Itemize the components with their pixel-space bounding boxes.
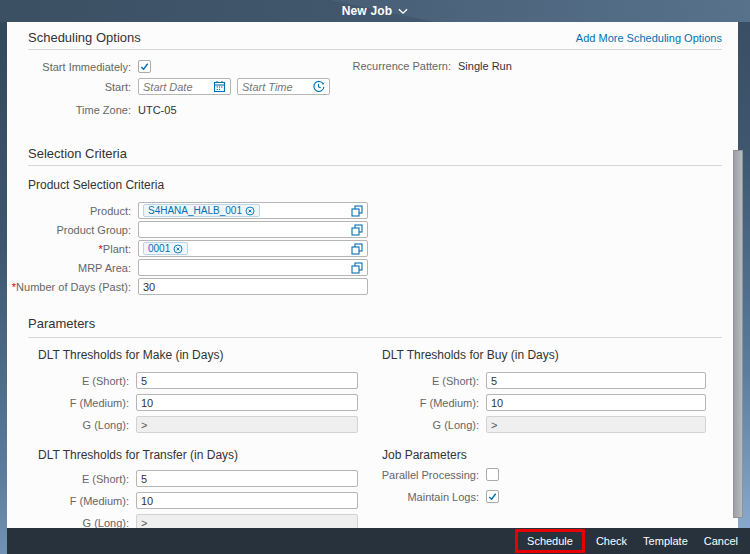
product-group-input[interactable] — [143, 224, 347, 236]
job-form-page: Scheduling Options Add More Scheduling O… — [7, 22, 738, 528]
recurrence-row: Recurrence Pattern: Single Run — [340, 60, 512, 72]
transfer-g-long-input — [141, 517, 353, 529]
product-group-label: Product Group: — [11, 224, 138, 236]
e-short-label: E (Short): — [11, 375, 136, 387]
start-label: Start: — [11, 81, 138, 93]
product-token-text: S4HANA_HALB_001 — [148, 205, 242, 216]
make-f-medium-input[interactable] — [141, 397, 353, 409]
add-more-scheduling-options-link[interactable]: Add More Scheduling Options — [576, 32, 722, 44]
buy-e-short-field[interactable] — [486, 372, 706, 389]
calendar-icon[interactable] — [213, 80, 226, 93]
product-row: Product: S4HANA_HALB_001 — [11, 202, 368, 219]
start-immediately-label: Start Immediately: — [11, 61, 138, 73]
value-help-icon[interactable] — [351, 224, 363, 236]
app-window: New Job Scheduling Options Add More Sche… — [0, 0, 750, 554]
scheduling-divider — [28, 49, 722, 50]
mrp-area-input[interactable] — [143, 262, 347, 274]
g-long-label: G (Long): — [11, 419, 136, 431]
f-medium-label: F (Medium): — [361, 397, 486, 409]
plant-row: *Plant: 0001 — [11, 240, 368, 257]
mrp-area-label: MRP Area: — [11, 262, 138, 274]
g-long-label: G (Long): — [11, 517, 136, 529]
parallel-processing-row: Parallel Processing: — [361, 468, 499, 481]
check-button[interactable]: Check — [588, 532, 635, 550]
value-help-icon[interactable] — [351, 205, 363, 217]
transfer-e-short-input[interactable] — [141, 473, 353, 485]
token-remove-icon[interactable] — [173, 244, 183, 254]
plant-token: 0001 — [143, 242, 188, 255]
schedule-button[interactable]: Schedule — [519, 532, 581, 550]
buy-g-long-field — [486, 416, 706, 433]
template-button[interactable]: Template — [635, 532, 696, 550]
parameters-heading: Parameters — [28, 316, 95, 331]
parameters-divider — [28, 337, 722, 338]
number-of-days-row: *Number of Days (Past): — [11, 278, 368, 295]
make-e-short-field[interactable] — [136, 372, 358, 389]
start-date-input[interactable] — [143, 81, 209, 93]
make-g-long-row: G (Long): — [11, 416, 358, 433]
buy-g-long-row: G (Long): — [361, 416, 706, 433]
maintain-logs-checkbox[interactable] — [486, 490, 499, 503]
number-of-days-label: *Number of Days (Past): — [11, 281, 138, 293]
checkmark-icon — [139, 61, 150, 72]
shell-header: New Job — [0, 0, 750, 22]
plant-field[interactable]: 0001 — [138, 240, 368, 257]
start-immediately-checkbox[interactable] — [138, 60, 151, 73]
buy-e-short-input[interactable] — [491, 375, 701, 387]
product-token: S4HANA_HALB_001 — [143, 204, 260, 217]
checkmark-icon — [487, 491, 498, 502]
start-time-input[interactable] — [242, 81, 308, 93]
dlt-buy-heading: DLT Thresholds for Buy (in Days) — [382, 348, 559, 362]
buy-f-medium-row: F (Medium): — [361, 394, 706, 411]
buy-e-short-row: E (Short): — [361, 372, 706, 389]
transfer-f-medium-input[interactable] — [141, 495, 353, 507]
f-medium-label: F (Medium): — [11, 495, 136, 507]
e-short-label: E (Short): — [11, 473, 136, 485]
time-zone-row: Time Zone: UTC-05 — [11, 104, 177, 116]
make-g-long-input — [141, 419, 353, 431]
product-field[interactable]: S4HANA_HALB_001 — [138, 202, 368, 219]
cancel-button[interactable]: Cancel — [696, 532, 746, 550]
recurrence-pattern-label: Recurrence Pattern: — [340, 60, 458, 72]
plant-label: *Plant: — [11, 243, 138, 255]
plant-token-text: 0001 — [148, 243, 170, 254]
job-title-dropdown[interactable]: New Job — [0, 0, 750, 22]
product-selection-criteria-heading: Product Selection Criteria — [28, 178, 164, 192]
start-time-field[interactable] — [237, 78, 330, 95]
transfer-f-medium-field[interactable] — [136, 492, 358, 509]
clock-icon[interactable] — [312, 80, 325, 93]
selection-divider — [28, 165, 722, 166]
mrp-area-row: MRP Area: — [11, 259, 368, 276]
transfer-e-short-row: E (Short): — [11, 470, 358, 487]
token-remove-icon[interactable] — [245, 206, 255, 216]
number-of-days-field[interactable] — [138, 278, 368, 295]
mrp-area-field[interactable] — [138, 259, 368, 276]
vertical-scrollbar-thumb[interactable] — [733, 150, 743, 518]
f-medium-label: F (Medium): — [11, 397, 136, 409]
value-help-icon[interactable] — [351, 262, 363, 274]
transfer-e-short-field[interactable] — [136, 470, 358, 487]
maintain-logs-label: Maintain Logs: — [361, 491, 486, 503]
make-f-medium-field[interactable] — [136, 394, 358, 411]
parallel-processing-label: Parallel Processing: — [361, 469, 486, 481]
buy-f-medium-input[interactable] — [491, 397, 701, 409]
dlt-make-heading: DLT Thresholds for Make (in Days) — [38, 348, 223, 362]
footer-toolbar: Schedule Check Template Cancel — [7, 528, 750, 554]
schedule-button-highlight: Schedule — [515, 529, 585, 553]
number-of-days-input[interactable] — [143, 281, 363, 293]
product-label: Product: — [11, 205, 138, 217]
start-date-field[interactable] — [138, 78, 231, 95]
g-long-label: G (Long): — [361, 419, 486, 431]
product-group-field[interactable] — [138, 221, 368, 238]
maintain-logs-row: Maintain Logs: — [361, 490, 499, 503]
value-help-icon[interactable] — [351, 243, 363, 255]
e-short-label: E (Short): — [361, 375, 486, 387]
parallel-processing-checkbox[interactable] — [486, 468, 499, 481]
make-e-short-input[interactable] — [141, 375, 353, 387]
dlt-transfer-heading: DLT Thresholds for Transfer (in Days) — [38, 448, 238, 462]
buy-f-medium-field[interactable] — [486, 394, 706, 411]
time-zone-value: UTC-05 — [138, 104, 177, 116]
scheduling-options-heading: Scheduling Options — [28, 30, 141, 45]
time-zone-label: Time Zone: — [11, 104, 138, 116]
page-title: New Job — [342, 4, 393, 18]
